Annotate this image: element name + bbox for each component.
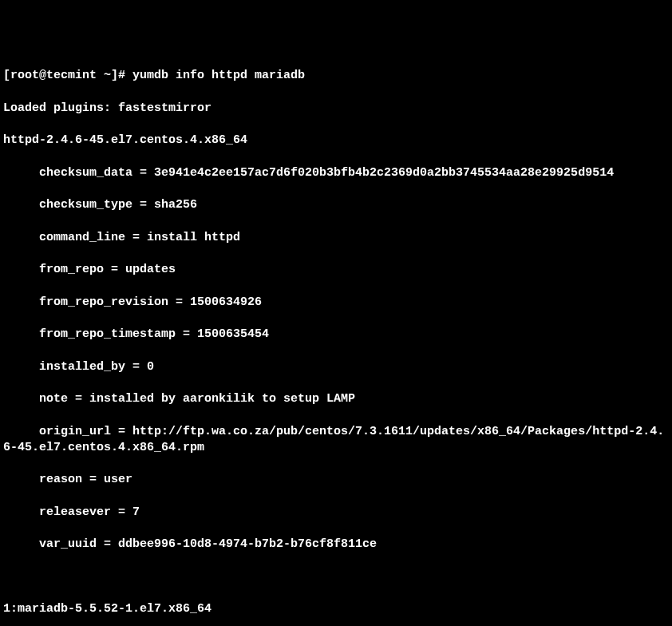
package-header-httpd: httpd-2.4.6-45.el7.centos.4.x86_64	[3, 133, 669, 149]
pkg1-releasever: releasever = 7	[3, 505, 669, 521]
pkg1-from-repo-timestamp: from_repo_timestamp = 1500635454	[3, 327, 669, 343]
pkg1-checksum-type: checksum_type = sha256	[3, 197, 669, 213]
pkg1-installed-by: installed_by = 0	[3, 359, 669, 375]
pkg1-from-repo: from_repo = updates	[3, 262, 669, 278]
pkg1-from-repo-revision: from_repo_revision = 1500634926	[3, 295, 669, 311]
shell-prompt: [root@tecmint ~]#	[3, 69, 132, 82]
blank-line	[3, 569, 669, 585]
pkg1-origin-url: origin_url = http://ftp.wa.co.za/pub/cen…	[3, 424, 669, 457]
command-text: yumdb info httpd mariadb	[132, 69, 305, 82]
prompt-line-1: [root@tecmint ~]# yumdb info httpd maria…	[3, 68, 669, 84]
pkg1-note: note = installed by aaronkilik to setup …	[3, 391, 669, 407]
package-header-mariadb: 1:mariadb-5.5.52-1.el7.x86_64	[3, 601, 669, 617]
pkg1-checksum-data: checksum_data = 3e941e4c2ee157ac7d6f020b…	[3, 165, 669, 181]
pkg1-var-uuid: var_uuid = ddbee996-10d8-4974-b7b2-b76cf…	[3, 537, 669, 553]
pkg1-reason: reason = user	[3, 472, 669, 488]
loaded-plugins-line: Loaded plugins: fastestmirror	[3, 101, 669, 117]
pkg1-command-line: command_line = install httpd	[3, 230, 669, 246]
